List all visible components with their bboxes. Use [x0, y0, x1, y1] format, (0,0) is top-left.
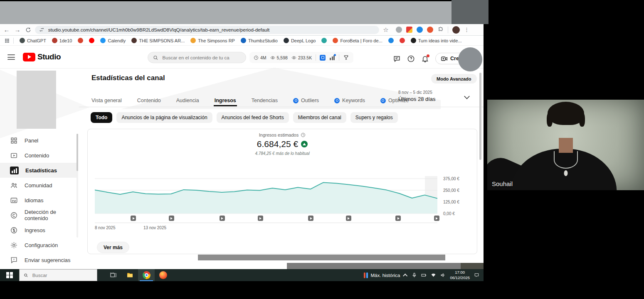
- start-button[interactable]: [0, 269, 19, 281]
- clock-icon[interactable]: [301, 132, 306, 137]
- bookmark-item[interactable]: [86, 37, 97, 44]
- taskbar-search[interactable]: [19, 269, 97, 281]
- battery-icon[interactable]: [421, 272, 427, 278]
- taskbar-search-input[interactable]: [32, 272, 93, 278]
- sidebar-item-configuraci-n[interactable]: Configuración: [0, 238, 77, 252]
- forward-icon[interactable]: →: [13, 26, 22, 34]
- channel-stats-pill[interactable]: 4M5,598233.5K: [249, 52, 353, 63]
- chrome-button[interactable]: [138, 269, 155, 281]
- bookmark-favicon: [333, 38, 338, 43]
- tab-vista-general[interactable]: Vista general: [91, 95, 122, 106]
- bookmark-item[interactable]: ForoBeta | Foro de...: [330, 37, 385, 44]
- studio-search[interactable]: [148, 52, 246, 63]
- bookmark-item[interactable]: ChatGPT: [17, 37, 49, 44]
- page-scrollbar[interactable]: [479, 73, 481, 160]
- tab-tendencias[interactable]: Tendencias: [252, 95, 278, 106]
- file-explorer-button[interactable]: [121, 269, 138, 281]
- youtube-studio-logo[interactable]: Studio: [23, 52, 61, 61]
- studio-search-input[interactable]: [162, 55, 241, 61]
- filter-chip[interactable]: Miembros del canal: [293, 112, 346, 123]
- bookmark-item[interactable]: 1de10: [49, 37, 75, 44]
- filter-chip[interactable]: Anuncios del feed de Shorts: [217, 112, 289, 123]
- sidebar-item-contenido[interactable]: Contenido: [0, 148, 77, 163]
- filter-chip[interactable]: Todo: [91, 112, 112, 123]
- tab-contenido[interactable]: Contenido: [137, 95, 161, 106]
- network-icon[interactable]: [431, 272, 436, 278]
- blue-app-icon[interactable]: [320, 55, 326, 61]
- sidebar-item-label: Estadísticas: [25, 167, 57, 174]
- date-range-picker[interactable]: 8 nov – 5 dic 2025 Últimos 28 días: [398, 90, 452, 103]
- horizontal-scrollbar[interactable]: [198, 255, 445, 260]
- apps-grid-icon[interactable]: [4, 38, 10, 44]
- weather-widget[interactable]: Máx. histórica: [364, 272, 400, 278]
- video-publish-marker-icon[interactable]: [131, 216, 136, 221]
- bookmark-item[interactable]: Calendly: [98, 37, 128, 44]
- tab-keywords[interactable]: Keywords: [334, 95, 365, 106]
- tab-ingresos[interactable]: Ingresos: [215, 95, 236, 106]
- reload-icon[interactable]: [24, 26, 32, 34]
- bookmark-item[interactable]: [75, 37, 86, 44]
- sidebar-item-detecci-n-de-contenido[interactable]: Detección de contenido: [0, 208, 77, 223]
- sidebar-item-ingresos[interactable]: Ingresos: [0, 223, 77, 238]
- video-publish-marker-icon[interactable]: [169, 216, 174, 221]
- bookmark-item[interactable]: ThumbzStudio: [238, 37, 280, 44]
- bookmark-item[interactable]: [397, 37, 407, 44]
- hamburger-menu-icon[interactable]: [7, 54, 15, 60]
- advanced-mode-button[interactable]: Modo Avanzado: [431, 74, 477, 83]
- microphone-icon[interactable]: [412, 272, 417, 278]
- extension-icon[interactable]: [417, 27, 423, 33]
- bookmark-item[interactable]: The Simpsons RP: [188, 37, 237, 44]
- bookmark-item[interactable]: [386, 37, 396, 44]
- url-bar[interactable]: [35, 26, 379, 34]
- windows-logo-icon: [6, 272, 13, 279]
- sidebar-item-idiomas[interactable]: Idiomas: [0, 193, 77, 208]
- sidebar-scrollbar[interactable]: [76, 134, 78, 238]
- firefox-button[interactable]: [155, 269, 171, 281]
- revenue-area-chart[interactable]: [95, 176, 437, 214]
- analytics-tabs: Vista generalContenidoAudienciaIngresosT…: [91, 95, 409, 106]
- help-icon[interactable]: [407, 55, 415, 63]
- taskbar-clock[interactable]: 17:0006/12/2025: [450, 270, 470, 280]
- extension-icon[interactable]: [427, 27, 433, 33]
- bookmark-item[interactable]: DeepL Logo: [281, 37, 318, 44]
- video-publish-marker-icon[interactable]: [395, 216, 401, 221]
- extension-icon[interactable]: [406, 27, 412, 33]
- video-publish-marker-icon[interactable]: [434, 216, 439, 221]
- video-publish-marker-icon[interactable]: [308, 216, 313, 221]
- channel-avatar[interactable]: [458, 47, 482, 71]
- tab-outliers[interactable]: Outliers: [293, 95, 319, 106]
- extensions-puzzle-icon[interactable]: [437, 27, 444, 33]
- bookmark-item[interactable]: [319, 37, 329, 44]
- task-view-button[interactable]: [105, 269, 121, 281]
- sidebar-item-enviar-sugerencias[interactable]: Enviar sugerencias: [0, 252, 77, 267]
- divider: [13, 38, 14, 44]
- sidebar-item-estad-sticas[interactable]: Estadísticas: [0, 163, 77, 178]
- extension-icon[interactable]: [396, 27, 402, 33]
- video-publish-marker-icon[interactable]: [258, 216, 263, 221]
- comments-icon[interactable]: [393, 55, 401, 63]
- tab-audiencia[interactable]: Audiencia: [176, 95, 199, 106]
- analytics-mini-icon[interactable]: [329, 55, 335, 61]
- filter-chip[interactable]: Supers y regalos: [350, 112, 398, 123]
- tray-expand-icon[interactable]: [403, 273, 407, 278]
- bookmark-item[interactable]: THE SIMPSONS AR...: [129, 37, 187, 44]
- bookmark-label: ForoBeta | Foro de...: [340, 38, 382, 43]
- sidebar-item-panel[interactable]: Panel: [0, 133, 77, 148]
- video-publish-marker-icon[interactable]: [220, 216, 225, 221]
- bookmark-item[interactable]: Turn ideas into vide...: [408, 37, 464, 44]
- bookmark-star-icon[interactable]: ☆: [382, 26, 390, 34]
- see-more-button[interactable]: Ver más: [97, 242, 129, 253]
- sidebar: PanelContenidoEstadísticasComunidadIdiom…: [0, 133, 77, 267]
- sidebar-item-comunidad[interactable]: Comunidad: [0, 178, 77, 193]
- site-info-icon[interactable]: [39, 27, 44, 32]
- filter-chip[interactable]: Anuncios de la página de visualización: [116, 112, 212, 123]
- action-center-icon[interactable]: [474, 272, 479, 278]
- video-publish-marker-icon[interactable]: [346, 216, 351, 221]
- url-input[interactable]: [47, 27, 375, 33]
- back-icon[interactable]: ←: [2, 26, 11, 34]
- browser-menu-icon[interactable]: ⋮: [464, 27, 469, 33]
- browser-profile-avatar[interactable]: [452, 26, 460, 34]
- notifications-bell-icon[interactable]: [421, 55, 429, 63]
- speaker-icon[interactable]: [440, 272, 446, 278]
- trophy-icon[interactable]: [343, 54, 349, 61]
